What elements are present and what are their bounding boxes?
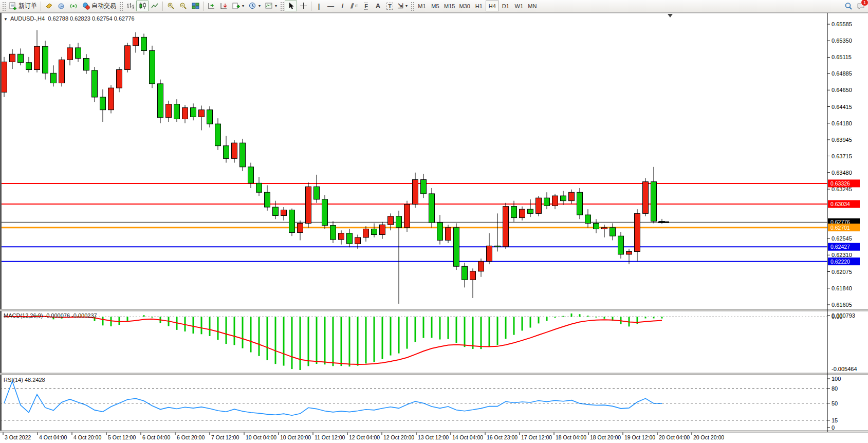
line-chart-button[interactable] bbox=[149, 1, 161, 11]
horizontal-line-icon: — bbox=[327, 2, 334, 10]
time-axis-label: 20 Oct 04:00 bbox=[659, 434, 690, 440]
fibonacci-button[interactable]: F bbox=[360, 1, 372, 11]
chart-canvas[interactable]: 0.655850.653500.651150.648850.646500.644… bbox=[0, 0, 868, 443]
timeframe-button-m5[interactable]: M5 bbox=[429, 1, 442, 11]
time-axis-label: 12 Oct 04:00 bbox=[349, 434, 380, 440]
zoom-out-button[interactable] bbox=[177, 1, 189, 11]
zoom-in-button[interactable] bbox=[164, 1, 177, 11]
candle-body bbox=[487, 246, 492, 261]
timeframe-button-w1[interactable]: W1 bbox=[512, 1, 526, 11]
candle-body bbox=[76, 48, 81, 59]
rsi-axis-label: 0 bbox=[832, 424, 835, 431]
candle-body bbox=[404, 205, 410, 228]
candle-body bbox=[281, 210, 287, 215]
vertical-line-button[interactable]: | bbox=[313, 1, 325, 11]
crosshair-button[interactable] bbox=[297, 1, 309, 11]
candle-body bbox=[117, 69, 122, 88]
rsi-axis-label: 100 bbox=[832, 376, 841, 382]
candle-body bbox=[100, 97, 106, 110]
tile-windows-button[interactable] bbox=[189, 1, 201, 11]
price-axis-label: 0.62310 bbox=[832, 252, 852, 258]
candle-body bbox=[347, 233, 353, 244]
candle-body bbox=[651, 182, 657, 222]
metaeditor-button[interactable] bbox=[43, 1, 55, 11]
timeframe-toolbar: M1M5M15M30H1H4D1W1MN bbox=[415, 1, 539, 11]
channel-sub-glyph: E bbox=[355, 4, 358, 8]
candle-body bbox=[421, 180, 427, 194]
tile-windows-icon bbox=[191, 2, 199, 10]
profile-button[interactable] bbox=[55, 1, 67, 11]
dropdown-caret-icon: ▾ bbox=[275, 4, 277, 8]
timeframe-button-h4[interactable]: H4 bbox=[486, 1, 499, 11]
toolbar-separator bbox=[162, 2, 163, 11]
candle-body bbox=[265, 192, 270, 207]
toolbar-grip[interactable] bbox=[280, 2, 284, 11]
text-label-button[interactable]: T bbox=[384, 1, 396, 11]
price-badge-label: 0.62701 bbox=[830, 225, 850, 231]
timeframe-button-h1[interactable]: H1 bbox=[472, 1, 486, 11]
new-order-button[interactable]: 新订单 bbox=[7, 1, 39, 11]
search-button[interactable] bbox=[842, 1, 855, 11]
time-axis-label: 7 Oct 12:00 bbox=[211, 434, 239, 440]
candle-body bbox=[67, 48, 73, 60]
notifications-button[interactable]: 1 bbox=[855, 1, 867, 11]
time-axis-label: 4 Oct 04:00 bbox=[39, 434, 67, 440]
candle-body bbox=[166, 104, 172, 118]
price-badge-label: 0.62427 bbox=[830, 244, 850, 250]
signal-icon bbox=[69, 2, 78, 10]
candle-body bbox=[339, 233, 344, 239]
price-axis-label: 0.64650 bbox=[832, 87, 852, 93]
autotrading-button[interactable]: 自动交易 bbox=[80, 1, 118, 11]
new-order-label: 新订单 bbox=[19, 2, 37, 10]
price-axis-label: 0.65585 bbox=[832, 21, 852, 27]
candle-body bbox=[446, 228, 451, 241]
time-axis-label: 12 Oct 20:00 bbox=[383, 434, 414, 440]
candle-body bbox=[240, 143, 246, 167]
price-axis-label: 0.64885 bbox=[832, 70, 852, 77]
candle-body bbox=[330, 226, 336, 239]
text-icon: A bbox=[376, 2, 380, 10]
candle-body bbox=[182, 108, 188, 119]
trendline-button[interactable]: / bbox=[337, 1, 348, 11]
candle-body bbox=[380, 225, 385, 234]
toolbar-grip[interactable] bbox=[119, 2, 123, 11]
equidistant-channel-button[interactable]: ⫽E bbox=[348, 1, 360, 11]
candle-body bbox=[536, 198, 542, 213]
text-label-icon: T bbox=[386, 3, 393, 10]
rsi-axis-label: 50 bbox=[832, 400, 838, 407]
toolbar-grip[interactable] bbox=[411, 2, 414, 11]
candle-body bbox=[92, 70, 98, 97]
indicators-button[interactable]: ▾ bbox=[230, 1, 246, 11]
text-button[interactable]: A bbox=[372, 1, 384, 11]
timeframe-button-m1[interactable]: M1 bbox=[415, 1, 429, 11]
timeframe-button-mn[interactable]: MN bbox=[526, 1, 539, 11]
toolbar-grip[interactable] bbox=[2, 2, 6, 11]
chart-shift-button[interactable] bbox=[217, 1, 230, 11]
arrows-button[interactable]: ⇲▾ bbox=[396, 1, 410, 11]
candle-body bbox=[248, 167, 254, 183]
templates-button[interactable]: ▾ bbox=[263, 1, 279, 11]
candle-body bbox=[133, 37, 139, 45]
price-axis-label: 0.63715 bbox=[832, 153, 852, 159]
candle-body bbox=[577, 192, 583, 215]
rsi-indicator-label: RSI(14) 48.2428 bbox=[4, 377, 45, 383]
time-axis-label: 10 Oct 04:00 bbox=[246, 434, 276, 440]
candle-body bbox=[511, 207, 517, 218]
price-axis-label: 0.65350 bbox=[832, 38, 852, 44]
timeframe-button-d1[interactable]: D1 bbox=[499, 1, 512, 11]
market-watch-button[interactable] bbox=[67, 1, 80, 11]
window-menu-icon[interactable]: ▼ bbox=[4, 17, 8, 22]
periods-button[interactable]: ▾ bbox=[246, 1, 263, 11]
candlestick-chart-button[interactable] bbox=[136, 1, 149, 11]
last-price-dash bbox=[658, 222, 669, 223]
candle-body bbox=[503, 207, 509, 247]
auto-scroll-button[interactable] bbox=[205, 1, 217, 11]
candle-body bbox=[520, 209, 525, 217]
timeframe-button-m30[interactable]: M30 bbox=[457, 1, 472, 11]
candle-body bbox=[174, 104, 180, 119]
cursor-button[interactable] bbox=[285, 1, 297, 11]
bar-chart-button[interactable] bbox=[124, 1, 136, 11]
candle-body bbox=[191, 108, 196, 117]
horizontal-line-button[interactable]: — bbox=[325, 1, 337, 11]
timeframe-button-m15[interactable]: M15 bbox=[442, 1, 457, 11]
